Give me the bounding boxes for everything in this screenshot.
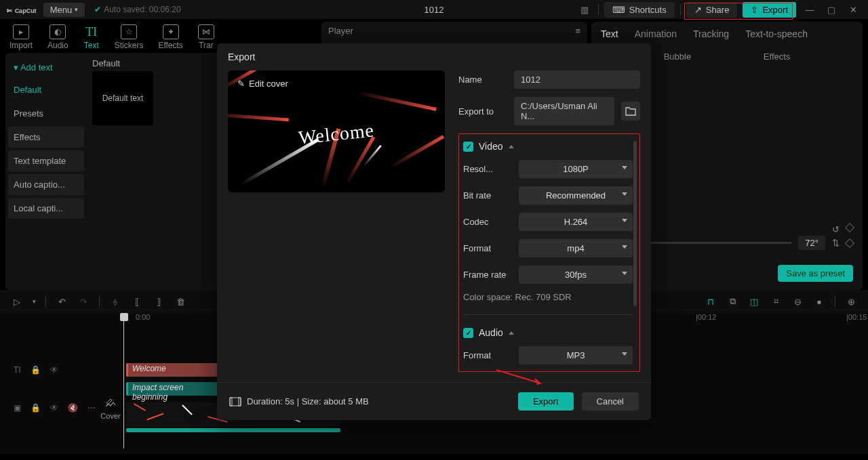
delete-icon[interactable]: 🗑 bbox=[174, 295, 186, 308]
cursor-tool-icon[interactable]: ▷ bbox=[11, 295, 23, 308]
shortcuts-button[interactable]: ⌨Shortcuts bbox=[604, 2, 675, 18]
gallery-card-default-text[interactable]: Default Default text bbox=[92, 58, 153, 125]
maximize-icon[interactable]: ▢ bbox=[823, 3, 840, 16]
name-input[interactable]: 1012 bbox=[514, 70, 640, 89]
browse-folder-button[interactable] bbox=[621, 102, 640, 121]
video-checkbox[interactable]: ✓ bbox=[463, 142, 473, 152]
keyframe-slider-icon[interactable] bbox=[845, 238, 854, 247]
clip-impact-screen[interactable]: Impact screen beginning bbox=[126, 382, 221, 396]
name-label: Name bbox=[458, 75, 507, 85]
eye-icon[interactable]: 👁 bbox=[50, 365, 58, 375]
format-select[interactable]: mp4 bbox=[519, 239, 633, 257]
more-icon[interactable]: ⋯ bbox=[87, 403, 96, 413]
stepper-icon[interactable]: ⇅ bbox=[832, 238, 840, 248]
bitrate-select[interactable]: Recommended bbox=[519, 186, 633, 205]
lock-icon-2[interactable]: 🔒 bbox=[31, 403, 41, 413]
framerate-select[interactable]: 30fps bbox=[519, 266, 633, 284]
playhead[interactable] bbox=[123, 313, 124, 448]
player-menu-icon[interactable]: ≡ bbox=[575, 26, 580, 36]
codec-select[interactable]: H.264 bbox=[519, 213, 633, 231]
sidebar-item-auto-captions[interactable]: Auto captio... bbox=[8, 174, 84, 195]
trim-left-icon[interactable]: ⟦ bbox=[131, 295, 143, 308]
layout-icon[interactable]: ▥ bbox=[576, 3, 593, 16]
sidebar-item-effects[interactable]: Effects bbox=[8, 127, 84, 148]
sidebar-item-text-template[interactable]: Text template bbox=[8, 150, 84, 171]
split-icon[interactable]: ⎀ bbox=[109, 295, 121, 308]
undo-icon[interactable]: ↶ bbox=[56, 295, 68, 308]
export-duration-info: Duration: 5s | Size: about 5 MB bbox=[229, 396, 369, 406]
audio-track-bar[interactable] bbox=[126, 428, 340, 432]
mute-icon[interactable]: 🔇 bbox=[68, 403, 78, 413]
rotate-value[interactable]: 72° bbox=[798, 236, 825, 250]
autosaved-status: ✔Auto saved: 00:06:20 bbox=[94, 5, 180, 14]
framerate-label: Frame rate bbox=[463, 270, 512, 280]
tab-animation[interactable]: Animation bbox=[635, 28, 677, 39]
project-title: 1012 bbox=[425, 5, 444, 15]
export-settings-section: ✓ Video Resol...1080P Bit rateRecommende… bbox=[458, 133, 640, 372]
svg-rect-1 bbox=[230, 398, 232, 406]
export-modal: Export ✎Edit cover Welcome Name 1012 bbox=[217, 43, 651, 420]
tab-import[interactable]: ▸Import bbox=[9, 24, 33, 50]
close-icon[interactable]: ✕ bbox=[845, 3, 861, 16]
subtab-bubble[interactable]: Bubble bbox=[664, 51, 691, 62]
link-icon[interactable]: ⧉ bbox=[726, 295, 738, 308]
color-space-text: Color space: Rec. 709 SDR bbox=[463, 292, 633, 302]
keyframe-icon[interactable] bbox=[845, 223, 854, 232]
audio-format-select[interactable]: MP3 bbox=[519, 346, 633, 364]
tab-effects[interactable]: ✦Effects bbox=[158, 24, 182, 50]
trim-right-icon[interactable]: ⟧ bbox=[153, 295, 165, 308]
share-button[interactable]: ↗Share bbox=[686, 2, 738, 18]
resolution-label: Resol... bbox=[463, 164, 512, 174]
exportto-label: Export to bbox=[458, 106, 507, 117]
modal-title: Export bbox=[217, 43, 651, 70]
audio-collapse-icon[interactable] bbox=[509, 331, 514, 335]
tab-tracking[interactable]: Tracking bbox=[693, 28, 729, 39]
brand-logo: ✄ CapCut bbox=[7, 5, 37, 15]
settings-scrollbar[interactable] bbox=[633, 141, 637, 306]
tab-stickers[interactable]: ☆Stickers bbox=[115, 24, 144, 50]
sidebar-item-local-captions[interactable]: Local capti... bbox=[8, 198, 84, 219]
clip-welcome[interactable]: Welcome bbox=[126, 363, 221, 377]
format-label: Format bbox=[463, 243, 512, 253]
audio-checkbox[interactable]: ✓ bbox=[463, 328, 473, 338]
resolution-select[interactable]: 1080P bbox=[519, 160, 633, 178]
zoom-in-icon[interactable]: ⊕ bbox=[845, 295, 857, 308]
menu-button[interactable]: Menu▾ bbox=[43, 3, 85, 17]
playhead-handle[interactable] bbox=[120, 313, 128, 321]
bitrate-label: Bit rate bbox=[463, 190, 512, 201]
fx-track-icon: ▣ bbox=[14, 403, 21, 413]
modal-cancel-button[interactable]: Cancel bbox=[582, 392, 639, 411]
edit-cover-button[interactable]: ✎Edit cover bbox=[237, 79, 288, 89]
sidebar-item-presets[interactable]: Presets bbox=[8, 103, 84, 124]
annotation-arrow bbox=[495, 367, 549, 388]
sidebar-item-default[interactable]: Default bbox=[8, 79, 84, 100]
video-collapse-icon[interactable] bbox=[509, 145, 514, 148]
redo-icon[interactable]: ↷ bbox=[77, 295, 90, 308]
mic-icon[interactable]: ● bbox=[813, 295, 825, 308]
codec-label: Codec bbox=[463, 217, 512, 227]
tab-tts[interactable]: Text-to-speech bbox=[745, 28, 808, 39]
cover-button[interactable]: Cover bbox=[99, 397, 122, 424]
tab-transitions[interactable]: ⋈Trar bbox=[198, 24, 214, 50]
save-as-preset-button[interactable]: Save as preset bbox=[778, 265, 853, 282]
player-label: Player bbox=[328, 26, 353, 36]
magnet-icon[interactable]: ⊓ bbox=[705, 295, 717, 308]
subtab-effects[interactable]: Effects bbox=[764, 51, 791, 62]
reset-icon[interactable]: ↺ bbox=[832, 224, 840, 234]
eye-icon-2[interactable]: 👁 bbox=[50, 403, 58, 413]
export-button[interactable]: ⇧Export bbox=[743, 2, 796, 18]
modal-export-button[interactable]: Export bbox=[518, 392, 574, 411]
cover-text: Welcome bbox=[298, 119, 376, 149]
exportto-path: C:/Users/Usman Ali N... bbox=[514, 97, 614, 125]
zoom-out-icon[interactable]: ⊖ bbox=[791, 295, 804, 308]
svg-rect-2 bbox=[239, 398, 241, 406]
minimize-icon[interactable]: — bbox=[802, 3, 818, 16]
preview-icon[interactable]: ⌗ bbox=[770, 295, 782, 308]
sidebar-title[interactable]: ▾ Add text bbox=[8, 58, 84, 77]
lock-icon[interactable]: 🔒 bbox=[31, 365, 41, 375]
tab-text-props[interactable]: Text bbox=[601, 28, 618, 39]
snap-icon[interactable]: ◫ bbox=[748, 295, 760, 308]
tab-text[interactable]: TIText bbox=[83, 24, 100, 50]
export-cover-preview[interactable]: ✎Edit cover Welcome bbox=[228, 70, 445, 192]
tab-audio[interactable]: ◐Audio bbox=[47, 24, 68, 50]
